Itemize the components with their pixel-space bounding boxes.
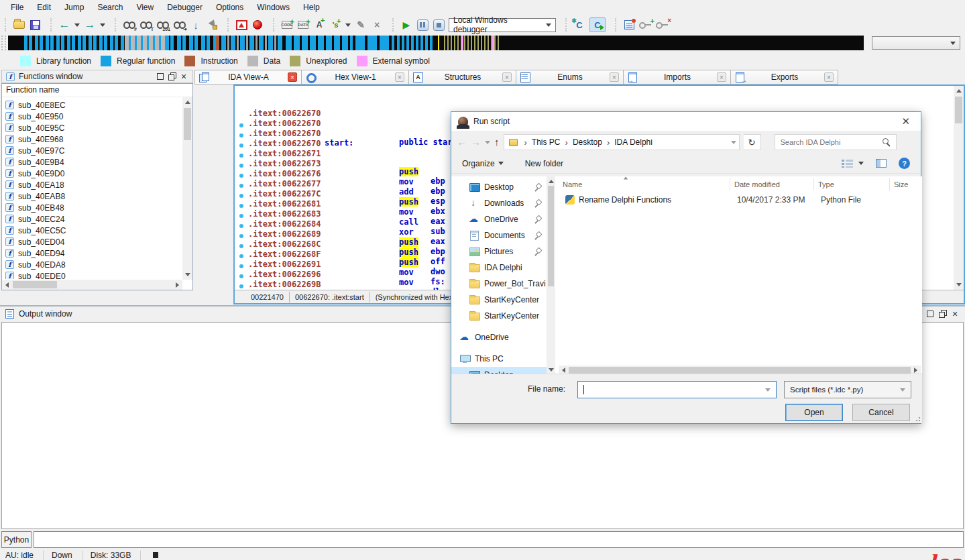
change-view-button[interactable]	[842, 159, 853, 168]
new-folder-button[interactable]: New folder	[525, 159, 563, 168]
menu-item[interactable]: Jump	[58, 3, 91, 12]
sidebar-item[interactable]: This PC	[451, 351, 547, 367]
menu-item[interactable]: View	[129, 3, 160, 12]
tab-close-icon[interactable]	[824, 72, 834, 82]
nav-back-icon[interactable]: ←	[457, 137, 467, 148]
toolbar-handle[interactable]	[50, 18, 53, 32]
sidebar-item[interactable]: Pictures	[451, 243, 547, 260]
band-drag-handle[interactable]	[1, 36, 6, 50]
file-type-filter-combo[interactable]: Script files (*.idc *.py)	[784, 381, 911, 398]
scrollbar-thumb[interactable]	[955, 97, 962, 123]
function-list-item[interactable]: sub_40EC24	[3, 213, 182, 225]
toolbar-handle[interactable]	[615, 18, 618, 32]
cancel-button[interactable]: Cancel	[852, 404, 910, 421]
undefine-button[interactable]: ×	[371, 18, 383, 32]
function-name-column-header[interactable]: Function name	[2, 84, 192, 97]
tab-close-icon[interactable]	[395, 72, 404, 82]
toolbar-handle[interactable]	[392, 18, 395, 32]
debugger-pause-button[interactable]	[416, 18, 429, 32]
search-immediate-button[interactable]: #	[123, 18, 135, 32]
make-ascii-button[interactable]: A+	[313, 18, 325, 32]
sidebar-scrollbar[interactable]	[547, 176, 555, 375]
view-tab[interactable]: Structures	[409, 70, 516, 85]
view-tab[interactable]: IDA View-A	[194, 70, 302, 85]
scrollbar-thumb[interactable]	[569, 367, 911, 374]
remove-key-button[interactable]: ×	[656, 18, 669, 32]
search-text-button[interactable]: T	[139, 18, 152, 32]
back-history-dropdown-icon[interactable]	[74, 23, 80, 27]
function-list-item[interactable]: sub_40E950	[3, 111, 182, 122]
view-dropdown-icon[interactable]	[858, 162, 864, 165]
disassembly-line[interactable]: .itext:00622670 public start	[235, 100, 954, 110]
toolbar-handle[interactable]	[273, 18, 276, 32]
resize-grip[interactable]	[915, 416, 921, 422]
alert-button[interactable]	[235, 18, 247, 32]
scroll-down-button[interactable]	[954, 280, 964, 290]
scrollbar-thumb[interactable]	[13, 281, 57, 288]
scroll-left-button[interactable]	[2, 280, 12, 290]
menu-item[interactable]: Options	[209, 3, 250, 12]
make-data-button[interactable]: DATA+	[297, 18, 309, 32]
make-string-button[interactable]: 's+	[329, 18, 341, 32]
address-space-band[interactable]	[8, 36, 864, 50]
menu-item[interactable]: Debugger	[160, 3, 209, 12]
add-key-button[interactable]: +	[639, 18, 652, 32]
search-next-button[interactable]: ➜	[173, 18, 186, 32]
breakpoint-button[interactable]	[251, 18, 264, 32]
interpreter-select-button[interactable]: Python	[1, 531, 32, 548]
close-icon[interactable]	[952, 310, 960, 318]
tab-close-icon[interactable]	[288, 72, 297, 82]
run-script-button[interactable]: C	[589, 17, 606, 32]
function-list-item[interactable]: sub_40EB48	[3, 202, 182, 213]
function-list-item[interactable]: sub_40E8EC	[3, 99, 182, 111]
sidebar-item[interactable]: Downloads	[451, 195, 547, 211]
menu-item[interactable]: Help	[296, 3, 327, 12]
function-list-item[interactable]: sub_40EC5C	[3, 225, 182, 236]
sidebar-item[interactable]: OneDrive	[451, 329, 547, 345]
column-header-size[interactable]: Size	[890, 178, 922, 190]
sidebar-item[interactable]: OneDrive	[451, 211, 547, 227]
breadcrumb-bar[interactable]: This PC Desktop IDA Delphi	[504, 134, 740, 150]
navigate-forward-button[interactable]: →	[84, 18, 96, 32]
functions-horizontal-scrollbar[interactable]	[2, 280, 182, 290]
sidebar-item[interactable]: Desktop	[451, 179, 547, 195]
string-type-dropdown-icon[interactable]	[345, 23, 351, 27]
view-tab[interactable]: Hex View-1	[302, 70, 409, 85]
refresh-button[interactable]	[744, 134, 761, 150]
functions-vertical-scrollbar[interactable]	[182, 97, 192, 280]
toolbar-handle[interactable]	[115, 18, 117, 32]
open-file-button[interactable]	[13, 18, 25, 32]
scroll-right-button[interactable]	[172, 280, 182, 290]
no-event-cursor-button[interactable]	[206, 18, 218, 32]
view-tab[interactable]: Imports	[624, 70, 731, 85]
toolbar-handle[interactable]	[227, 18, 230, 32]
patch-button[interactable]: ✎	[355, 18, 367, 32]
dialog-titlebar[interactable]: Run script ✕	[451, 112, 921, 131]
forward-history-dropdown-icon[interactable]	[100, 23, 105, 27]
view-tab[interactable]: Exports	[731, 70, 838, 85]
toolbar-handle[interactable]	[565, 18, 568, 32]
column-header-date[interactable]: Date modified	[730, 178, 814, 190]
nav-up-icon[interactable]: ↑	[494, 137, 500, 148]
function-list-item[interactable]: sub_40E95C	[3, 122, 182, 133]
nav-history-dropdown-icon[interactable]	[485, 141, 490, 144]
filename-dropdown-icon[interactable]	[765, 388, 771, 392]
disassembly-vertical-scrollbar[interactable]	[954, 86, 964, 290]
toolbar-handle[interactable]	[5, 18, 7, 32]
dialog-close-button[interactable]: ✕	[897, 115, 914, 127]
breadcrumb-segment[interactable]: This PC	[521, 137, 561, 148]
preview-pane-button[interactable]	[876, 159, 887, 168]
notebook-button[interactable]	[623, 18, 635, 32]
band-zoom-combo[interactable]	[872, 36, 960, 50]
tab-close-icon[interactable]	[502, 72, 512, 82]
functions-window-titlebar[interactable]: Functions window	[1, 70, 193, 83]
restore-icon[interactable]	[168, 72, 176, 80]
function-list-item[interactable]: sub_40ED04	[3, 236, 182, 247]
navigate-back-button[interactable]: ←	[58, 18, 70, 32]
tab-close-icon[interactable]	[717, 72, 726, 82]
command-line-input[interactable]	[34, 531, 964, 548]
debugger-select-combo[interactable]: Local Windows debugger	[449, 18, 556, 32]
maximize-icon[interactable]	[156, 72, 164, 80]
function-list-item[interactable]: sub_40EDA8	[3, 259, 182, 270]
address-dropdown-icon[interactable]	[731, 141, 736, 144]
